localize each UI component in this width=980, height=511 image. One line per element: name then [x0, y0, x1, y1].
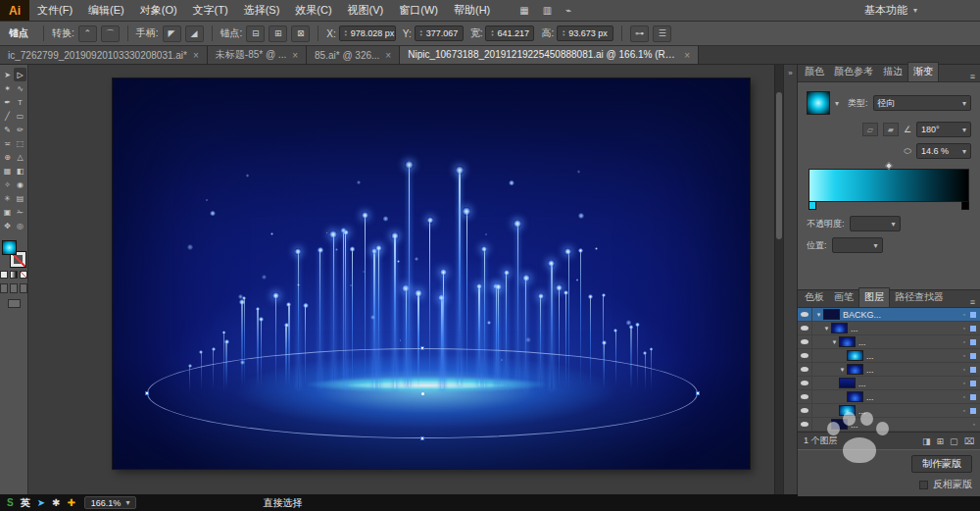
vertical-scrollbar[interactable]	[774, 65, 783, 494]
menu-item-help[interactable]: 帮助(H)	[446, 0, 498, 21]
pen-tool[interactable]: ✒	[1, 95, 14, 109]
options-icon[interactable]: ☰	[653, 26, 671, 42]
document-tab[interactable]: ic_7262799_20190920103330208031.ai*×	[0, 46, 208, 64]
gradient-button[interactable]	[10, 271, 18, 279]
new-layer-icon[interactable]: ▢	[950, 436, 958, 446]
bird-icon[interactable]: ➤	[37, 497, 45, 508]
draw-normal-button[interactable]	[0, 283, 8, 293]
share-icon[interactable]: ⌁	[565, 5, 571, 16]
arrange-documents-icon[interactable]: ▦	[519, 5, 528, 16]
input-language-label[interactable]: 英	[21, 496, 30, 510]
gradient-stop-start[interactable]	[808, 201, 816, 210]
shape-builder-tool[interactable]: ⊕	[1, 150, 14, 164]
artboard[interactable]	[113, 78, 750, 469]
stepper-icon[interactable]: ▲ ▼	[344, 29, 348, 37]
menu-item-file[interactable]: 文件(F)	[29, 0, 80, 21]
gradient-aspect-field[interactable]: 14.6 % ▾	[916, 143, 971, 159]
layers-panel-tab[interactable]: 色板	[800, 288, 829, 307]
symbol-sprayer-tool[interactable]: ✳	[1, 191, 14, 205]
none-button[interactable]	[20, 271, 27, 279]
expand-triangle-icon[interactable]: ▼	[830, 339, 839, 345]
gradient-tool[interactable]: ◧	[14, 164, 26, 178]
zoom-tool[interactable]: ◎	[14, 219, 26, 232]
width-tool[interactable]: ≍	[1, 136, 14, 150]
field-input-y[interactable]: ▲ ▼377.067	[415, 26, 464, 41]
target-circle-icon[interactable]: ◦	[958, 338, 970, 345]
gradient-stop-end[interactable]	[961, 201, 969, 210]
delete-layer-icon[interactable]: ⌧	[964, 436, 974, 446]
connect-endpoints-icon[interactable]: ⊶	[630, 26, 649, 42]
target-circle-icon[interactable]: ◦	[968, 421, 980, 428]
layer-row[interactable]: ▼...◦	[798, 322, 980, 335]
field-input-h[interactable]: ▲ ▼93.673 px	[557, 26, 613, 41]
draw-inside-button[interactable]	[20, 283, 27, 293]
layer-row[interactable]: ...◦	[798, 418, 980, 432]
visibility-toggle[interactable]	[798, 404, 812, 417]
layer-row[interactable]: ...◦	[798, 404, 980, 418]
make-mask-button[interactable]: 制作蒙版	[911, 455, 972, 473]
visibility-toggle[interactable]	[798, 377, 812, 389]
visibility-toggle[interactable]	[798, 418, 812, 431]
paw-icon[interactable]: ✱	[52, 497, 60, 508]
target-circle-icon[interactable]: ◦	[958, 311, 970, 318]
rectangle-tool[interactable]: ▭	[14, 109, 26, 123]
tab-close-icon[interactable]: ×	[684, 50, 690, 61]
gradient-angle-field[interactable]: 180° ▾	[916, 122, 971, 137]
canvas-area[interactable]	[28, 65, 783, 494]
panel-menu-icon[interactable]: ≡	[970, 297, 980, 307]
document-tab[interactable]: 未标题-85* @ ...×	[208, 46, 307, 64]
menu-item-edit[interactable]: 编辑(E)	[80, 0, 132, 21]
mesh-tool[interactable]: ▦	[1, 164, 14, 178]
anchor-remove-icon[interactable]: ⊟	[246, 26, 265, 42]
slice-tool[interactable]: ✁	[14, 205, 26, 219]
hand-tool[interactable]: ✥	[1, 219, 14, 232]
visibility-toggle[interactable]	[798, 322, 812, 334]
menu-item-window[interactable]: 窗口(W)	[391, 0, 446, 21]
convert-smooth-icon[interactable]: ⌒	[101, 26, 120, 42]
handles-hide-icon[interactable]: ◢	[185, 26, 204, 42]
layer-row[interactable]: ▼...◦	[798, 335, 980, 349]
lasso-tool[interactable]: ∿	[14, 81, 26, 95]
layer-row[interactable]: ...◦	[798, 349, 980, 363]
document-tab[interactable]: Nipic_10673188_20191219225450888081.ai @…	[400, 46, 699, 64]
visibility-toggle[interactable]	[798, 308, 812, 321]
tab-close-icon[interactable]: ×	[292, 50, 298, 61]
layer-row[interactable]: ...◦	[798, 377, 980, 390]
stroke-gradient-along-icon[interactable]: ▰	[883, 123, 899, 136]
layers-panel-tab[interactable]: 图层	[858, 287, 890, 307]
gradient-panel-tab[interactable]: 颜色	[800, 63, 829, 81]
visibility-toggle[interactable]	[798, 335, 812, 348]
gradient-slider[interactable]	[808, 169, 969, 202]
stop-opacity-select[interactable]: ▾	[850, 216, 901, 231]
expand-triangle-icon[interactable]: ▼	[838, 367, 847, 373]
anchor-point[interactable]	[420, 346, 424, 350]
tab-close-icon[interactable]: ×	[385, 50, 391, 61]
anchor-point[interactable]	[145, 391, 149, 395]
menu-item-type[interactable]: 文字(T)	[185, 0, 236, 21]
layer-row[interactable]: ▼BACKG...◦	[798, 308, 980, 322]
blend-tool[interactable]: ◉	[14, 178, 26, 191]
direct-selection-tool[interactable]: ▷	[14, 68, 26, 81]
line-segment-tool[interactable]: ╱	[1, 109, 14, 123]
visibility-toggle[interactable]	[798, 349, 812, 362]
layers-panel-tab[interactable]: 路径查找器	[890, 288, 949, 307]
stop-location-select[interactable]: ▾	[832, 237, 883, 253]
panel-menu-icon[interactable]: ≡	[970, 72, 980, 81]
field-input-w[interactable]: ▲ ▼641.217	[485, 26, 534, 41]
menu-item-view[interactable]: 视图(V)	[340, 0, 392, 21]
menu-item-effect[interactable]: 效果(C)	[287, 0, 339, 21]
stroke-gradient-within-icon[interactable]: ▱	[862, 123, 878, 136]
target-circle-icon[interactable]: ◦	[958, 325, 970, 332]
artboard-tool[interactable]: ▣	[1, 205, 14, 219]
selection-tool[interactable]: ➤	[1, 68, 14, 81]
target-circle-icon[interactable]: ◦	[958, 366, 970, 373]
visibility-toggle[interactable]	[798, 363, 812, 376]
handles-show-icon[interactable]: ◤	[163, 26, 181, 42]
field-input-x[interactable]: ▲ ▼978.028 px	[339, 26, 396, 41]
expand-triangle-icon[interactable]: ▼	[814, 312, 823, 318]
layers-panel-tab[interactable]: 画笔	[829, 288, 858, 307]
free-transform-tool[interactable]: ⬚	[14, 136, 26, 150]
screen-mode-button[interactable]	[8, 299, 21, 308]
menu-item-object[interactable]: 对象(O)	[132, 0, 185, 21]
convert-corner-icon[interactable]: ⌃	[78, 26, 97, 42]
